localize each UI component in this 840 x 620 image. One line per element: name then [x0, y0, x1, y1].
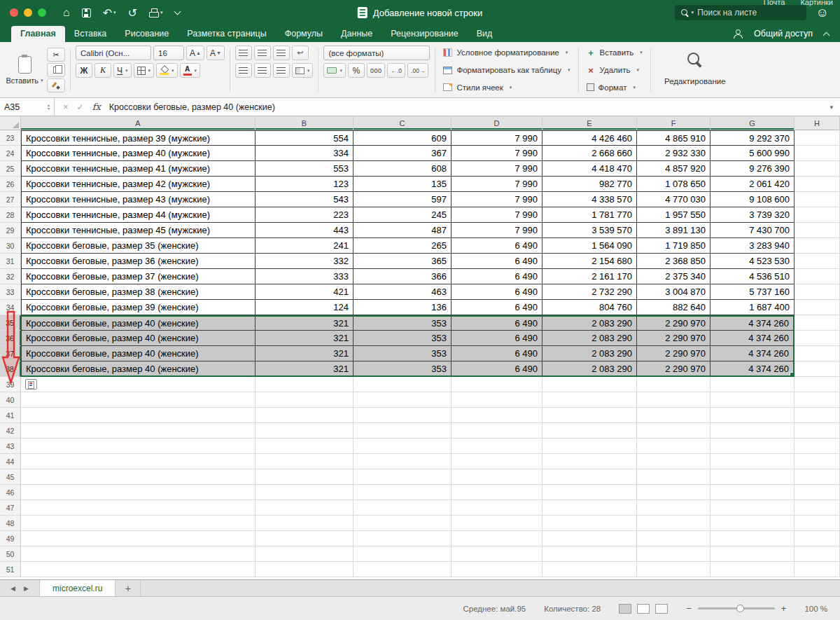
cell-A46[interactable]: [21, 485, 255, 500]
cell-E34[interactable]: 804 760: [542, 300, 637, 315]
cell-A32[interactable]: Кроссовки беговые, размер 37 (женские): [21, 269, 255, 284]
cell-H25[interactable]: [794, 161, 840, 177]
cell-C30[interactable]: 265: [354, 238, 451, 254]
cell-A28[interactable]: Кроссовки теннисные, размер 44 (мужские): [21, 207, 255, 223]
cell-G33[interactable]: 5 737 160: [710, 284, 794, 300]
align-right-button[interactable]: [273, 63, 290, 78]
cell-C33[interactable]: 463: [354, 284, 451, 300]
cell-G46[interactable]: [710, 485, 794, 500]
cell-C25[interactable]: 608: [354, 161, 451, 177]
cell-G36[interactable]: 4 374 260: [710, 331, 794, 346]
cell-C23[interactable]: 609: [354, 130, 451, 146]
cell-C39[interactable]: [354, 377, 451, 392]
cell-C50[interactable]: [354, 546, 451, 562]
toolbar-overflow-icon[interactable]: [175, 12, 180, 14]
cell-G35[interactable]: 4 374 260: [710, 315, 794, 331]
cell-H39[interactable]: [794, 377, 840, 392]
redo-icon[interactable]: ↺: [128, 6, 137, 20]
font-size-select[interactable]: 16: [153, 46, 184, 60]
tab-vid[interactable]: Вид: [468, 26, 502, 42]
cell-B42[interactable]: [255, 423, 354, 439]
cell-B33[interactable]: 421: [255, 284, 354, 300]
cell-G27[interactable]: 9 108 600: [710, 192, 794, 207]
cell-A43[interactable]: [21, 439, 255, 454]
cell-D23[interactable]: 7 990: [451, 130, 542, 146]
cell-A39[interactable]: [21, 377, 255, 392]
cell-G43[interactable]: [710, 439, 794, 454]
cell-E27[interactable]: 4 338 570: [542, 192, 637, 207]
cell-G38[interactable]: 4 374 260: [710, 361, 794, 377]
cell-G44[interactable]: [710, 454, 794, 469]
cell-B27[interactable]: 543: [255, 192, 354, 207]
cell-G40[interactable]: [710, 392, 794, 408]
cell-B44[interactable]: [255, 454, 354, 469]
cell-E40[interactable]: [542, 392, 637, 408]
cell-C51[interactable]: [354, 562, 451, 577]
cell-B46[interactable]: [255, 485, 354, 500]
cell-F41[interactable]: [637, 408, 710, 423]
cell-G25[interactable]: 9 276 390: [710, 161, 794, 177]
row-header-29[interactable]: 29: [0, 223, 21, 238]
cell-D33[interactable]: 6 490: [451, 284, 542, 300]
expand-formula-bar-icon[interactable]: ▾: [830, 104, 840, 111]
underline-button[interactable]: Ч: [113, 63, 132, 78]
decrease-font-button[interactable]: A▼: [206, 46, 225, 60]
conditional-formatting-button[interactable]: Условное форматирование: [440, 46, 573, 60]
cell-C28[interactable]: 245: [354, 207, 451, 223]
cell-D31[interactable]: 6 490: [451, 254, 542, 269]
cell-F29[interactable]: 3 891 130: [637, 223, 710, 238]
enter-icon[interactable]: ✓: [77, 102, 84, 112]
cell-A40[interactable]: [21, 392, 255, 408]
row-header-32[interactable]: 32: [0, 269, 21, 284]
cell-E39[interactable]: [542, 377, 637, 392]
cell-B24[interactable]: 334: [255, 146, 354, 161]
search-input[interactable]: ▾ Поиск на листе: [675, 5, 806, 20]
cell-H37[interactable]: [794, 346, 840, 361]
cell-C31[interactable]: 365: [354, 254, 451, 269]
cell-B25[interactable]: 553: [255, 161, 354, 177]
italic-button[interactable]: К: [94, 63, 111, 78]
add-sheet-button[interactable]: +: [115, 580, 141, 596]
cell-E24[interactable]: 2 668 660: [542, 146, 637, 161]
cell-E46[interactable]: [542, 485, 637, 500]
paste-options-icon[interactable]: [25, 379, 37, 390]
align-bottom-button[interactable]: [273, 46, 290, 60]
cell-D42[interactable]: [451, 423, 542, 439]
cell-F43[interactable]: [637, 439, 710, 454]
cell-E43[interactable]: [542, 439, 637, 454]
cell-A33[interactable]: Кроссовки беговые, размер 38 (женские): [21, 284, 255, 300]
cell-C35[interactable]: 353: [354, 315, 451, 331]
row-header-46[interactable]: 46: [0, 485, 21, 500]
delete-cells-button[interactable]: ×Удалить: [584, 63, 645, 78]
cell-G41[interactable]: [710, 408, 794, 423]
cell-F34[interactable]: 882 640: [637, 300, 710, 315]
cell-H44[interactable]: [794, 454, 840, 469]
cell-C38[interactable]: 353: [354, 361, 451, 377]
cell-E50[interactable]: [542, 546, 637, 562]
format-painter-button[interactable]: [47, 78, 65, 92]
cell-C49[interactable]: [354, 531, 451, 546]
format-cells-button[interactable]: Формат: [584, 80, 645, 95]
cell-A41[interactable]: [21, 408, 255, 423]
cell-D35[interactable]: 6 490: [451, 315, 542, 331]
cell-C43[interactable]: [354, 439, 451, 454]
cell-D48[interactable]: [451, 516, 542, 531]
cell-H38[interactable]: [794, 361, 840, 377]
cell-G32[interactable]: 4 536 510: [710, 269, 794, 284]
tab-glavnaya[interactable]: Главная: [11, 26, 65, 42]
cell-F40[interactable]: [637, 392, 710, 408]
cell-F25[interactable]: 4 857 920: [637, 161, 710, 177]
fx-icon[interactable]: fx: [92, 102, 101, 112]
row-header-25[interactable]: 25: [0, 161, 21, 177]
cell-E48[interactable]: [542, 516, 637, 531]
borders-button[interactable]: [134, 63, 155, 78]
cell-A36[interactable]: Кроссовки беговые, размер 40 (женские): [21, 331, 255, 346]
cell-D51[interactable]: [451, 562, 542, 577]
cell-B26[interactable]: 123: [255, 177, 354, 192]
cell-D27[interactable]: 7 990: [451, 192, 542, 207]
cell-F31[interactable]: 2 368 850: [637, 254, 710, 269]
cell-C37[interactable]: 353: [354, 346, 451, 361]
tab-retsenzirovanie[interactable]: Рецензирование: [382, 26, 468, 42]
cell-H26[interactable]: [794, 177, 840, 192]
cell-F45[interactable]: [637, 469, 710, 485]
